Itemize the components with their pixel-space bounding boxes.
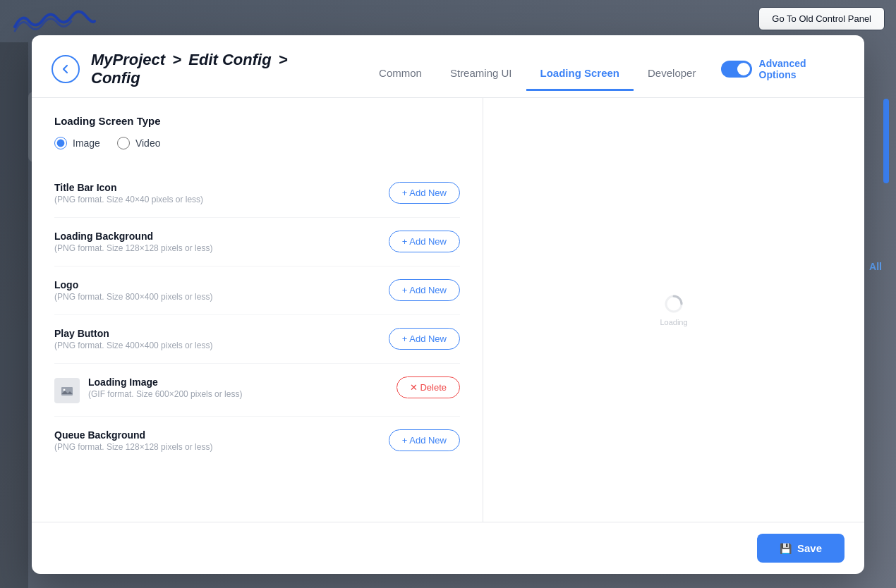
- loading-type-section: Loading Screen Type Image Video: [54, 115, 460, 149]
- breadcrumb: MyProject > Edit Config > Config: [91, 51, 339, 87]
- upload-row-loading-image: Loading Image (GIF format. Size 600×200 …: [54, 364, 460, 417]
- image-thumbnail-icon: [60, 384, 74, 398]
- tab-common[interactable]: Common: [365, 59, 436, 91]
- play-button-hint: (PNG format. Size 400×400 pixels or less…: [54, 341, 212, 350]
- logo-area: [11, 7, 96, 35]
- advanced-options-label[interactable]: Advanced Options: [759, 58, 844, 80]
- play-button-title: Play Button: [54, 328, 212, 339]
- back-button[interactable]: [52, 55, 80, 83]
- preview-spinner: [664, 294, 684, 314]
- tab-bar: Common Streaming UI Loading Screen Devel…: [365, 51, 710, 97]
- brand-logo: [11, 7, 96, 35]
- upload-row-info-loading-background: Loading Background (PNG format. Size 128…: [54, 231, 212, 253]
- loading-image-delete-btn[interactable]: ✕ Delete: [396, 376, 460, 398]
- radio-video-label[interactable]: Video: [117, 137, 161, 149]
- upload-row-info-loading-image: Loading Image (GIF format. Size 600×200 …: [88, 376, 242, 399]
- save-icon: 💾: [780, 543, 792, 554]
- upload-row-loading-background: Loading Background (PNG format. Size 128…: [54, 218, 460, 267]
- logo-hint: (PNG format. Size 800×400 pixels or less…: [54, 292, 212, 302]
- tab-loading-screen[interactable]: Loading Screen: [526, 59, 634, 91]
- upload-row-info-play-button: Play Button (PNG format. Size 400×400 pi…: [54, 328, 212, 350]
- preview-loading-text: Loading: [660, 318, 687, 326]
- logo-title: Logo: [54, 279, 212, 290]
- tab-streaming-ui[interactable]: Streaming UI: [436, 59, 526, 91]
- upload-row-left-loading-background: Loading Background (PNG format. Size 128…: [54, 231, 389, 253]
- radio-video[interactable]: [117, 137, 130, 149]
- left-panel: Loading Screen Type Image Video: [32, 98, 483, 522]
- bg-sidebar: [0, 42, 28, 588]
- loading-image-title: Loading Image: [88, 376, 242, 388]
- play-button-add-btn[interactable]: + Add New: [389, 328, 460, 350]
- queue-background-title: Queue Background: [54, 429, 212, 441]
- upload-row-queue-background: Queue Background (PNG format. Size 128×1…: [54, 417, 460, 465]
- title-bar-icon-title: Title Bar Icon: [54, 182, 203, 193]
- modal-footer: 💾 Save: [32, 522, 864, 574]
- breadcrumb-sep2: >: [279, 51, 288, 68]
- upload-row-info-logo: Logo (PNG format. Size 800×400 pixels or…: [54, 279, 212, 302]
- breadcrumb-config: Config: [91, 69, 140, 87]
- queue-background-hint: (PNG format. Size 128×128 pixels or less…: [54, 442, 212, 452]
- loading-background-title: Loading Background: [54, 231, 212, 242]
- svg-rect-0: [61, 387, 73, 396]
- bg-accent-bar: [883, 99, 889, 183]
- save-button[interactable]: 💾 Save: [757, 534, 844, 563]
- advanced-options-toggle[interactable]: [721, 61, 751, 78]
- radio-video-text: Video: [135, 137, 161, 149]
- go-old-panel-button[interactable]: Go To Old Control Panel: [758, 7, 885, 30]
- breadcrumb-project: MyProject: [91, 51, 165, 68]
- title-bar-icon-hint: (PNG format. Size 40×40 pixels or less): [54, 195, 203, 204]
- modal-body: Loading Screen Type Image Video: [32, 98, 864, 522]
- radio-image-text: Image: [73, 137, 100, 149]
- upload-row-left-title-bar-icon: Title Bar Icon (PNG format. Size 40×40 p…: [54, 182, 389, 204]
- preview-spinner-container: [664, 294, 684, 314]
- modal: MyProject > Edit Config > Config Common …: [32, 35, 864, 574]
- title-bar-icon-add-btn[interactable]: + Add New: [389, 182, 460, 204]
- breadcrumb-edit-config: Edit Config: [188, 51, 271, 68]
- logo-add-btn[interactable]: + Add New: [389, 279, 460, 301]
- preview-container: Loading: [660, 294, 687, 326]
- breadcrumb-sep1: >: [172, 51, 181, 68]
- upload-row-left-play-button: Play Button (PNG format. Size 400×400 pi…: [54, 328, 389, 350]
- back-icon: [60, 63, 71, 75]
- upload-row-info-title-bar-icon: Title Bar Icon (PNG format. Size 40×40 p…: [54, 182, 203, 204]
- upload-row-left-logo: Logo (PNG format. Size 800×400 pixels or…: [54, 279, 389, 302]
- loading-background-hint: (PNG format. Size 128×128 pixels or less…: [54, 243, 212, 253]
- upload-row-info-queue-background: Queue Background (PNG format. Size 128×1…: [54, 429, 212, 452]
- right-panel: Loading: [483, 98, 864, 522]
- loading-image-thumbnail: [54, 378, 80, 403]
- modal-header: MyProject > Edit Config > Config Common …: [32, 35, 864, 98]
- loading-image-hint: (GIF format. Size 600×200 pixels or less…: [88, 389, 242, 399]
- radio-image[interactable]: [54, 137, 67, 149]
- queue-background-add-btn[interactable]: + Add New: [389, 429, 460, 451]
- upload-row-left-queue-background: Queue Background (PNG format. Size 128×1…: [54, 429, 389, 452]
- tab-developer[interactable]: Developer: [634, 59, 710, 91]
- radio-group: Image Video: [54, 137, 460, 149]
- upload-row-play-button: Play Button (PNG format. Size 400×400 pi…: [54, 315, 460, 364]
- upload-rows: Title Bar Icon (PNG format. Size 40×40 p…: [54, 169, 460, 465]
- radio-image-label[interactable]: Image: [54, 137, 100, 149]
- loading-background-add-btn[interactable]: + Add New: [389, 231, 460, 252]
- advanced-options-area: Advanced Options: [721, 58, 844, 90]
- loading-type-title: Loading Screen Type: [54, 115, 460, 127]
- save-label: Save: [797, 542, 822, 554]
- bg-all-link: All: [869, 261, 882, 272]
- upload-row-logo: Logo (PNG format. Size 800×400 pixels or…: [54, 267, 460, 315]
- upload-row-left-loading-image: Loading Image (GIF format. Size 600×200 …: [54, 376, 396, 403]
- upload-row-title-bar-icon: Title Bar Icon (PNG format. Size 40×40 p…: [54, 169, 460, 218]
